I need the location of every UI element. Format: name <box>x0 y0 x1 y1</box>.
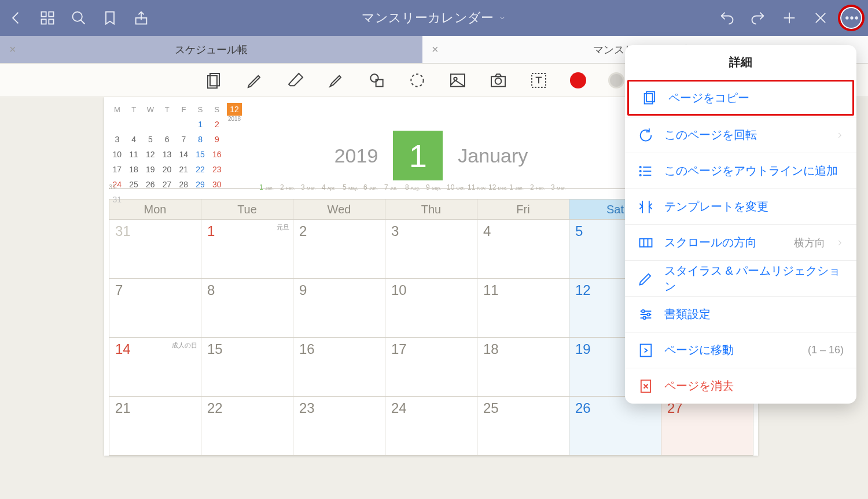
chevron-right-icon <box>836 239 844 247</box>
calendar-cell[interactable]: 31 <box>109 220 201 278</box>
menu-add-outline[interactable]: このページをアウトラインに追加 <box>625 153 856 188</box>
svg-point-29 <box>640 166 641 167</box>
calendar-cell[interactable]: 10 <box>385 279 477 337</box>
lasso-icon[interactable] <box>408 71 426 90</box>
svg-point-38 <box>642 309 645 312</box>
svg-rect-1 <box>49 12 53 17</box>
calendar-cell[interactable]: 4 <box>477 220 569 278</box>
undo-icon[interactable] <box>719 10 735 26</box>
month-name: January <box>458 145 528 167</box>
calendar-cell[interactable]: 25 <box>477 397 569 455</box>
tab-label: スケジュール帳 <box>175 43 248 57</box>
svg-point-39 <box>647 313 650 316</box>
pen-icon[interactable] <box>246 71 264 90</box>
close-icon[interactable]: × <box>9 43 16 56</box>
stylus-icon <box>638 271 654 287</box>
back-icon[interactable] <box>8 10 24 26</box>
month-number: 1 <box>393 131 443 180</box>
calendar-cell[interactable]: 21 <box>109 397 201 455</box>
svg-point-30 <box>640 170 641 171</box>
clear-icon <box>638 378 654 394</box>
svg-rect-41 <box>641 344 652 356</box>
color-grey[interactable] <box>608 72 624 88</box>
text-icon[interactable] <box>529 71 548 90</box>
details-popup: 詳細 ページをコピー このページを回転 このページをアウトラインに追加 テンプレ… <box>625 45 856 404</box>
bookmark-icon[interactable] <box>102 10 118 26</box>
menu-rotate-page[interactable]: このページを回転 <box>625 117 856 153</box>
goto-icon <box>638 342 654 358</box>
image-icon[interactable] <box>448 71 467 90</box>
calendar-cell[interactable]: 23 <box>293 397 385 455</box>
calendar-cell[interactable]: 17 <box>385 338 477 396</box>
svg-rect-32 <box>640 239 652 247</box>
nav-title-text: マンスリーカレンダー <box>362 9 494 27</box>
calendar-cell[interactable]: 3 <box>385 220 477 278</box>
svg-point-31 <box>640 174 641 175</box>
highlight-more-button <box>838 5 865 31</box>
calendar-cell[interactable]: 1元旦 <box>201 220 293 278</box>
scroll-icon <box>638 235 654 251</box>
menu-clear-page[interactable]: ページを消去 <box>625 368 856 404</box>
calendar-cell[interactable]: 16 <box>293 338 385 396</box>
svg-point-22 <box>495 78 502 84</box>
calendar-cell[interactable]: 15 <box>201 338 293 396</box>
svg-point-40 <box>643 316 646 319</box>
grid-icon[interactable] <box>39 10 56 26</box>
calendar-cell[interactable]: 22 <box>201 397 293 455</box>
year-label: 2019 <box>334 145 378 167</box>
list-icon <box>638 163 654 179</box>
template-icon <box>638 199 654 215</box>
menu-doc-settings[interactable]: 書類設定 <box>625 296 856 332</box>
menu-scroll-direction[interactable]: スクロールの方向 横方向 <box>625 224 856 260</box>
redo-icon[interactable] <box>750 10 766 26</box>
camera-icon[interactable] <box>489 71 507 90</box>
svg-rect-3 <box>49 19 53 24</box>
calendar-cell[interactable]: 26 <box>569 397 661 455</box>
shapes-icon[interactable] <box>367 71 386 90</box>
close-icon[interactable]: × <box>432 43 439 56</box>
rotate-icon <box>638 127 654 143</box>
mini-month-badge: 12 2018 <box>227 103 242 122</box>
calendar-cell[interactable]: 27 <box>661 397 753 455</box>
settings-icon <box>638 306 654 323</box>
popup-title: 詳細 <box>625 45 856 79</box>
eraser-icon[interactable] <box>286 71 305 90</box>
menu-goto-page[interactable]: ページに移動 (1 – 16) <box>625 332 856 368</box>
calendar-cell[interactable]: 8 <box>201 279 293 337</box>
color-red[interactable] <box>570 72 586 88</box>
svg-rect-0 <box>42 12 46 17</box>
menu-copy-page[interactable]: ページをコピー <box>627 80 854 116</box>
calendar-cell[interactable]: 9 <box>293 279 385 337</box>
calendar-cell[interactable]: 7 <box>109 279 201 337</box>
svg-rect-2 <box>42 19 46 24</box>
search-icon[interactable] <box>71 10 87 26</box>
add-icon[interactable] <box>781 10 797 26</box>
tab-schedule[interactable]: × スケジュール帳 <box>0 36 422 63</box>
close-x-icon[interactable] <box>812 10 829 26</box>
calendar-cell[interactable]: 24 <box>385 397 477 455</box>
top-nav: マンスリーカレンダー <box>0 0 868 36</box>
calendar-cell[interactable]: 18 <box>477 338 569 396</box>
share-icon[interactable] <box>133 10 149 26</box>
highlighter-icon[interactable] <box>327 71 345 90</box>
menu-change-template[interactable]: テンプレートを変更 <box>625 188 856 224</box>
calendar-cell[interactable]: 2 <box>293 220 385 278</box>
nav-title[interactable]: マンスリーカレンダー <box>362 9 506 27</box>
menu-stylus[interactable]: スタイラス & パームリジェクション <box>625 260 856 296</box>
calendar-cell[interactable]: 11 <box>477 279 569 337</box>
calendar-cell[interactable]: 14成人の日 <box>109 338 201 396</box>
svg-point-18 <box>411 74 423 86</box>
svg-point-16 <box>370 74 378 82</box>
chevron-right-icon <box>836 131 844 139</box>
pages-icon[interactable] <box>205 71 224 90</box>
svg-point-4 <box>73 12 82 21</box>
svg-line-5 <box>81 20 85 24</box>
copy-icon <box>642 90 658 106</box>
